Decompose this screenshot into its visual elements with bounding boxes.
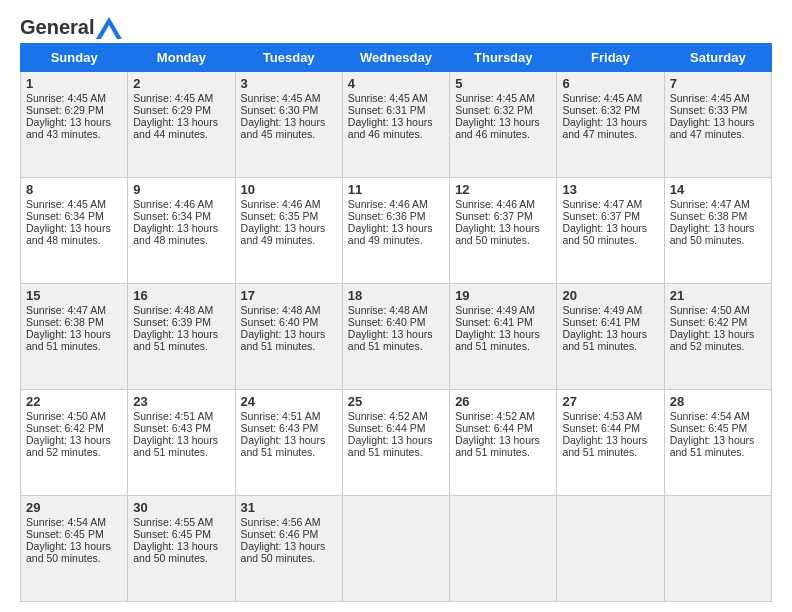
sunset-text: Sunset: 6:34 PM	[26, 210, 104, 222]
sunset-text: Sunset: 6:31 PM	[348, 104, 426, 116]
calendar-cell: 28Sunrise: 4:54 AMSunset: 6:45 PMDayligh…	[664, 390, 771, 496]
calendar-cell: 22Sunrise: 4:50 AMSunset: 6:42 PMDayligh…	[21, 390, 128, 496]
daylight-text: Daylight: 13 hours and 47 minutes.	[562, 116, 647, 140]
sunset-text: Sunset: 6:44 PM	[455, 422, 533, 434]
calendar-cell: 24Sunrise: 4:51 AMSunset: 6:43 PMDayligh…	[235, 390, 342, 496]
daylight-text: Daylight: 13 hours and 51 minutes.	[133, 434, 218, 458]
daylight-text: Daylight: 13 hours and 52 minutes.	[26, 434, 111, 458]
calendar-cell: 15Sunrise: 4:47 AMSunset: 6:38 PMDayligh…	[21, 284, 128, 390]
weekday-header: Friday	[557, 44, 664, 72]
day-number: 27	[562, 394, 658, 409]
calendar-cell: 13Sunrise: 4:47 AMSunset: 6:37 PMDayligh…	[557, 178, 664, 284]
daylight-text: Daylight: 13 hours and 52 minutes.	[670, 328, 755, 352]
sunset-text: Sunset: 6:36 PM	[348, 210, 426, 222]
sunset-text: Sunset: 6:37 PM	[455, 210, 533, 222]
sunset-text: Sunset: 6:32 PM	[455, 104, 533, 116]
daylight-text: Daylight: 13 hours and 51 minutes.	[133, 328, 218, 352]
day-number: 31	[241, 500, 337, 515]
sunset-text: Sunset: 6:45 PM	[670, 422, 748, 434]
daylight-text: Daylight: 13 hours and 51 minutes.	[241, 434, 326, 458]
calendar-cell: 21Sunrise: 4:50 AMSunset: 6:42 PMDayligh…	[664, 284, 771, 390]
day-number: 8	[26, 182, 122, 197]
sunrise-text: Sunrise: 4:46 AM	[455, 198, 535, 210]
sunrise-text: Sunrise: 4:45 AM	[670, 92, 750, 104]
calendar-cell: 8Sunrise: 4:45 AMSunset: 6:34 PMDaylight…	[21, 178, 128, 284]
daylight-text: Daylight: 13 hours and 51 minutes.	[670, 434, 755, 458]
calendar-cell: 11Sunrise: 4:46 AMSunset: 6:36 PMDayligh…	[342, 178, 449, 284]
logo-icon	[96, 17, 122, 39]
daylight-text: Daylight: 13 hours and 46 minutes.	[348, 116, 433, 140]
calendar-week-row: 8Sunrise: 4:45 AMSunset: 6:34 PMDaylight…	[21, 178, 772, 284]
daylight-text: Daylight: 13 hours and 51 minutes.	[26, 328, 111, 352]
daylight-text: Daylight: 13 hours and 46 minutes.	[455, 116, 540, 140]
calendar-cell	[450, 496, 557, 602]
calendar-cell: 1Sunrise: 4:45 AMSunset: 6:29 PMDaylight…	[21, 72, 128, 178]
sunrise-text: Sunrise: 4:45 AM	[241, 92, 321, 104]
day-number: 26	[455, 394, 551, 409]
weekday-header-row: SundayMondayTuesdayWednesdayThursdayFrid…	[21, 44, 772, 72]
sunset-text: Sunset: 6:43 PM	[241, 422, 319, 434]
calendar-cell: 17Sunrise: 4:48 AMSunset: 6:40 PMDayligh…	[235, 284, 342, 390]
daylight-text: Daylight: 13 hours and 51 minutes.	[348, 434, 433, 458]
sunset-text: Sunset: 6:43 PM	[133, 422, 211, 434]
day-number: 11	[348, 182, 444, 197]
sunrise-text: Sunrise: 4:47 AM	[562, 198, 642, 210]
calendar-cell: 9Sunrise: 4:46 AMSunset: 6:34 PMDaylight…	[128, 178, 235, 284]
daylight-text: Daylight: 13 hours and 50 minutes.	[241, 540, 326, 564]
sunset-text: Sunset: 6:42 PM	[26, 422, 104, 434]
day-number: 14	[670, 182, 766, 197]
weekday-header: Sunday	[21, 44, 128, 72]
daylight-text: Daylight: 13 hours and 47 minutes.	[670, 116, 755, 140]
calendar-table: SundayMondayTuesdayWednesdayThursdayFrid…	[20, 43, 772, 602]
daylight-text: Daylight: 13 hours and 49 minutes.	[348, 222, 433, 246]
day-number: 22	[26, 394, 122, 409]
day-number: 15	[26, 288, 122, 303]
day-number: 13	[562, 182, 658, 197]
sunrise-text: Sunrise: 4:46 AM	[133, 198, 213, 210]
day-number: 29	[26, 500, 122, 515]
day-number: 12	[455, 182, 551, 197]
sunrise-text: Sunrise: 4:51 AM	[241, 410, 321, 422]
sunset-text: Sunset: 6:34 PM	[133, 210, 211, 222]
calendar-cell: 6Sunrise: 4:45 AMSunset: 6:32 PMDaylight…	[557, 72, 664, 178]
weekday-header: Saturday	[664, 44, 771, 72]
calendar-cell: 4Sunrise: 4:45 AMSunset: 6:31 PMDaylight…	[342, 72, 449, 178]
day-number: 7	[670, 76, 766, 91]
sunrise-text: Sunrise: 4:49 AM	[455, 304, 535, 316]
day-number: 9	[133, 182, 229, 197]
weekday-header: Tuesday	[235, 44, 342, 72]
daylight-text: Daylight: 13 hours and 44 minutes.	[133, 116, 218, 140]
sunrise-text: Sunrise: 4:46 AM	[241, 198, 321, 210]
day-number: 10	[241, 182, 337, 197]
daylight-text: Daylight: 13 hours and 48 minutes.	[133, 222, 218, 246]
day-number: 25	[348, 394, 444, 409]
sunset-text: Sunset: 6:42 PM	[670, 316, 748, 328]
day-number: 4	[348, 76, 444, 91]
calendar-cell: 16Sunrise: 4:48 AMSunset: 6:39 PMDayligh…	[128, 284, 235, 390]
sunrise-text: Sunrise: 4:45 AM	[562, 92, 642, 104]
sunset-text: Sunset: 6:29 PM	[133, 104, 211, 116]
daylight-text: Daylight: 13 hours and 50 minutes.	[670, 222, 755, 246]
daylight-text: Daylight: 13 hours and 50 minutes.	[562, 222, 647, 246]
day-number: 18	[348, 288, 444, 303]
calendar-cell: 19Sunrise: 4:49 AMSunset: 6:41 PMDayligh…	[450, 284, 557, 390]
day-number: 21	[670, 288, 766, 303]
sunset-text: Sunset: 6:29 PM	[26, 104, 104, 116]
day-number: 20	[562, 288, 658, 303]
sunrise-text: Sunrise: 4:52 AM	[348, 410, 428, 422]
calendar-cell: 25Sunrise: 4:52 AMSunset: 6:44 PMDayligh…	[342, 390, 449, 496]
day-number: 3	[241, 76, 337, 91]
daylight-text: Daylight: 13 hours and 43 minutes.	[26, 116, 111, 140]
calendar-week-row: 15Sunrise: 4:47 AMSunset: 6:38 PMDayligh…	[21, 284, 772, 390]
weekday-header: Monday	[128, 44, 235, 72]
calendar-cell: 3Sunrise: 4:45 AMSunset: 6:30 PMDaylight…	[235, 72, 342, 178]
daylight-text: Daylight: 13 hours and 51 minutes.	[562, 328, 647, 352]
day-number: 23	[133, 394, 229, 409]
calendar-cell: 7Sunrise: 4:45 AMSunset: 6:33 PMDaylight…	[664, 72, 771, 178]
daylight-text: Daylight: 13 hours and 51 minutes.	[455, 328, 540, 352]
calendar-week-row: 1Sunrise: 4:45 AMSunset: 6:29 PMDaylight…	[21, 72, 772, 178]
calendar-cell: 2Sunrise: 4:45 AMSunset: 6:29 PMDaylight…	[128, 72, 235, 178]
calendar-cell: 18Sunrise: 4:48 AMSunset: 6:40 PMDayligh…	[342, 284, 449, 390]
sunset-text: Sunset: 6:40 PM	[241, 316, 319, 328]
sunrise-text: Sunrise: 4:47 AM	[670, 198, 750, 210]
